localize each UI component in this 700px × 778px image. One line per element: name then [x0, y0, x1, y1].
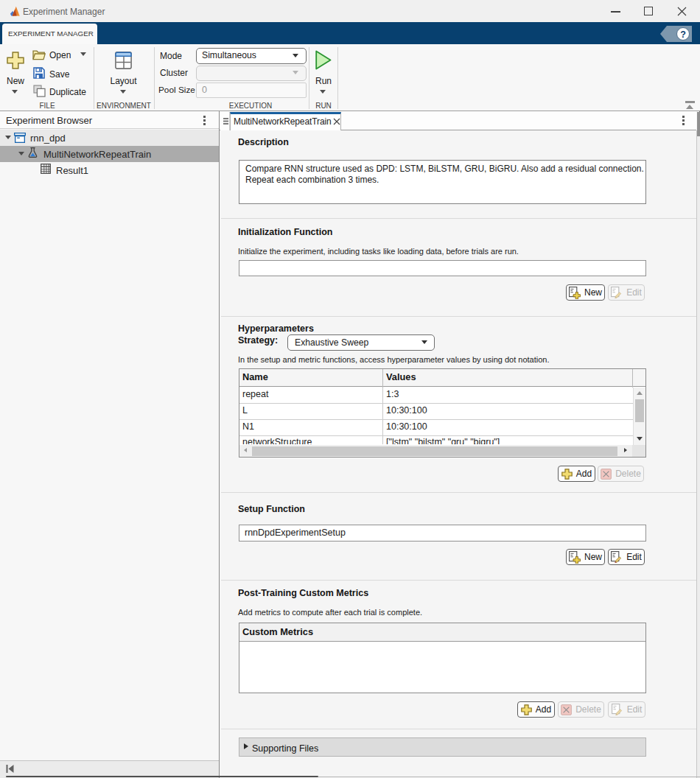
svg-text:?: ?: [680, 29, 686, 40]
